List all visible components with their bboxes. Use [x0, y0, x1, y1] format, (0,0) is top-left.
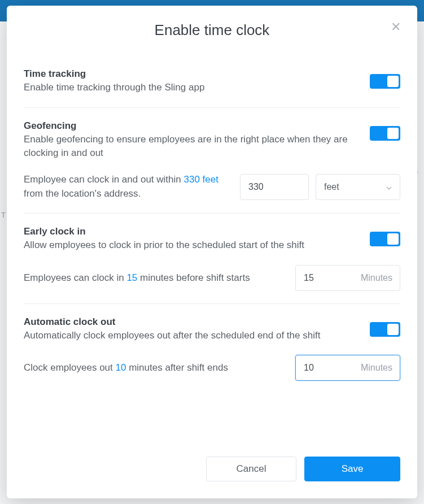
geofencing-distance-input[interactable]	[240, 174, 309, 200]
geofencing-unit-select[interactable]: feet	[316, 174, 400, 200]
geofencing-toggle[interactable]	[370, 126, 400, 141]
geofencing-unit-value: feet	[324, 182, 339, 192]
geofencing-title: Geofencing	[24, 120, 359, 132]
early-clock-in-label: Employees can clock in 15 minutes before…	[24, 271, 286, 285]
modal-footer: Cancel Save	[7, 457, 417, 498]
time-tracking-desc: Enable time tracking through the Sling a…	[24, 81, 359, 95]
toggle-knob	[387, 76, 399, 87]
early-clock-in-toggle[interactable]	[370, 232, 400, 246]
section-geofencing: Geofencing Enable geofencing to ensure e…	[24, 108, 400, 214]
early-clock-in-desc: Allow employees to clock in prior to the…	[24, 238, 359, 253]
geofencing-desc: Enable geofencing to ensure employees ar…	[24, 133, 359, 160]
section-auto-clock-out: Automatic clock out Automatically clock …	[24, 304, 400, 394]
chevron-down-icon	[386, 182, 392, 192]
section-time-tracking: Time tracking Enable time tracking throu…	[24, 56, 400, 108]
toggle-knob	[387, 128, 399, 139]
modal-body: Time tracking Enable time tracking throu…	[7, 50, 417, 457]
early-clock-in-minutes-input[interactable]	[295, 265, 400, 291]
time-tracking-title: Time tracking	[24, 68, 359, 80]
toggle-knob	[387, 233, 399, 245]
early-clock-in-title: Early clock in	[24, 226, 359, 237]
modal-header: Enable time clock ✕	[7, 6, 417, 50]
auto-clock-out-label: Clock employees out 10 minutes after shi…	[24, 361, 286, 375]
close-button[interactable]: ✕	[388, 19, 404, 35]
modal-title: Enable time clock	[24, 21, 400, 39]
section-early-clock-in: Early clock in Allow employees to clock …	[24, 214, 400, 304]
backdrop-left-text: T	[1, 211, 6, 219]
close-icon: ✕	[391, 20, 401, 34]
geofencing-distance-label: Employee can clock in and out within 330…	[24, 173, 231, 201]
auto-clock-out-title: Automatic clock out	[24, 316, 359, 328]
auto-clock-out-desc: Automatically clock employees out after …	[24, 329, 359, 343]
auto-clock-out-toggle[interactable]	[370, 322, 400, 337]
cancel-button[interactable]: Cancel	[206, 457, 296, 481]
auto-clock-out-minutes-input[interactable]	[295, 355, 400, 381]
enable-time-clock-modal: Enable time clock ✕ Time tracking Enable…	[7, 6, 417, 498]
time-tracking-toggle[interactable]	[370, 74, 400, 89]
save-button[interactable]: Save	[304, 457, 400, 481]
toggle-knob	[387, 324, 399, 335]
